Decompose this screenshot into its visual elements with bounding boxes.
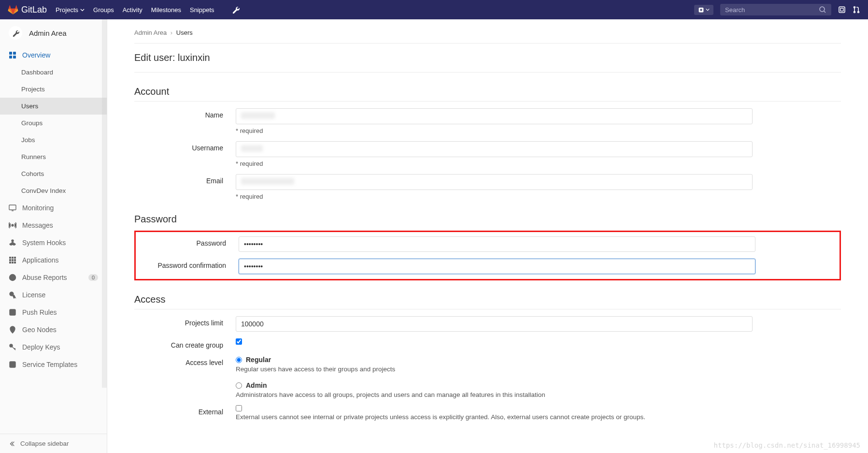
collapse-sidebar[interactable]: Collapse sidebar — [0, 434, 107, 453]
label-email: Email — [134, 174, 236, 185]
sidebar-convdev[interactable]: ConvDev Index — [0, 182, 107, 199]
breadcrumb-sep: › — [171, 29, 172, 36]
wrench-icon — [12, 29, 19, 37]
abuse-count-badge: 0 — [88, 274, 98, 281]
template-icon — [9, 361, 16, 368]
nav-projects[interactable]: Projects — [56, 6, 85, 14]
label-name: Name — [134, 108, 236, 119]
username-input[interactable] — [236, 141, 753, 157]
sidebar-groups[interactable]: Groups — [0, 115, 107, 132]
license-icon — [9, 291, 16, 299]
label-can-create-group: Can create group — [134, 338, 236, 349]
section-access: Access — [134, 294, 841, 309]
sidebar-title: Admin Area — [29, 29, 67, 37]
key-icon — [9, 343, 16, 351]
nav-activity[interactable]: Activity — [123, 6, 142, 14]
sidebar-push-rules[interactable]: Push Rules — [0, 304, 107, 321]
abuse-icon — [9, 274, 16, 281]
access-admin-desc: Administrators have access to all groups… — [236, 391, 753, 398]
svg-rect-14 — [9, 257, 11, 259]
sidebar-projects[interactable]: Projects — [0, 81, 107, 98]
access-regular-label: Regular — [246, 356, 271, 364]
sidebar-deploy-keys[interactable]: Deploy Keys — [0, 338, 107, 356]
sidebar-overview[interactable]: Overview — [0, 46, 107, 64]
email-required: * required — [236, 193, 753, 200]
sidebar-monitoring[interactable]: Monitoring — [0, 199, 107, 217]
sidebar-users[interactable]: Users — [0, 98, 107, 115]
svg-rect-16 — [14, 257, 16, 259]
can-create-group-checkbox[interactable] — [236, 338, 242, 345]
password-highlight-box: Password Password confirmation — [134, 231, 841, 280]
label-access-level: Access level — [134, 356, 236, 366]
chevron-down-icon — [80, 8, 85, 12]
label-password: Password — [137, 236, 239, 247]
merge-requests-icon[interactable] — [853, 6, 860, 14]
svg-rect-9 — [9, 56, 12, 58]
nav-milestones[interactable]: Milestones — [151, 6, 181, 14]
svg-rect-2 — [839, 7, 845, 13]
sidebar-dashboard[interactable]: Dashboard — [0, 64, 107, 81]
search-box[interactable] — [720, 4, 831, 15]
top-nav: GitLab Projects Groups Activity Mileston… — [0, 0, 868, 19]
svg-rect-11 — [9, 205, 16, 210]
sidebar-runners[interactable]: Runners — [0, 148, 107, 165]
svg-rect-19 — [14, 259, 16, 261]
monitor-icon — [9, 204, 16, 212]
sidebar: Admin Area Overview Dashboard Projects U… — [0, 19, 107, 453]
apps-icon — [9, 256, 16, 264]
svg-rect-8 — [13, 52, 16, 55]
password-confirm-input[interactable] — [239, 259, 755, 274]
issues-icon[interactable] — [838, 6, 846, 14]
svg-rect-25 — [10, 309, 15, 315]
overview-icon — [9, 51, 16, 59]
svg-rect-18 — [12, 259, 14, 261]
breadcrumb: Admin Area › Users — [134, 26, 841, 44]
sidebar-jobs[interactable]: Jobs — [0, 132, 107, 148]
sidebar-service-templates[interactable]: Service Templates — [0, 356, 107, 373]
email-input[interactable] — [236, 174, 753, 190]
label-external: External — [134, 405, 236, 416]
svg-rect-22 — [14, 262, 16, 263]
name-required: * required — [236, 127, 753, 134]
hook-icon — [9, 239, 16, 247]
nav-groups[interactable]: Groups — [93, 6, 114, 14]
breadcrumb-root[interactable]: Admin Area — [134, 29, 167, 36]
projects-limit-input[interactable] — [236, 316, 753, 332]
external-checkbox[interactable] — [236, 405, 242, 411]
svg-rect-15 — [12, 257, 14, 259]
section-password: Password — [134, 214, 841, 229]
access-regular-desc: Regular users have access to their group… — [236, 365, 753, 373]
access-admin-radio[interactable] — [236, 382, 242, 389]
nav-right — [694, 4, 860, 15]
external-desc: External users cannot see internal or pr… — [236, 413, 753, 421]
search-icon — [819, 6, 826, 14]
svg-rect-20 — [9, 262, 11, 263]
sidebar-header[interactable]: Admin Area — [0, 19, 107, 46]
sidebar-messages[interactable]: Messages — [0, 217, 107, 234]
sidebar-abuse-reports[interactable]: Abuse Reports0 — [0, 269, 107, 286]
sidebar-geo-nodes[interactable]: Geo Nodes — [0, 321, 107, 338]
password-input[interactable] — [239, 236, 755, 252]
sidebar-system-hooks[interactable]: System Hooks — [0, 234, 107, 251]
nav-links: Projects Groups Activity Milestones Snip… — [56, 6, 240, 14]
brand-logo[interactable]: GitLab — [8, 4, 47, 15]
sidebar-license[interactable]: License — [0, 286, 107, 304]
sidebar-applications[interactable]: Applications — [0, 251, 107, 269]
search-input[interactable] — [725, 6, 819, 14]
svg-rect-10 — [13, 56, 16, 58]
chevron-down-icon — [706, 8, 710, 12]
nav-admin[interactable] — [232, 6, 240, 14]
svg-point-1 — [820, 7, 825, 12]
geo-icon — [9, 326, 16, 334]
nav-snippets[interactable]: Snippets — [190, 6, 214, 14]
scrollbar[interactable] — [102, 19, 107, 453]
svg-rect-28 — [10, 362, 15, 367]
new-dropdown[interactable] — [694, 5, 713, 15]
gitlab-icon — [8, 4, 18, 15]
svg-point-12 — [12, 224, 14, 226]
svg-rect-21 — [12, 262, 14, 263]
sidebar-cohorts[interactable]: Cohorts — [0, 165, 107, 182]
access-regular-radio[interactable] — [236, 357, 242, 363]
watermark: https://blog.csdn.net/sinat_16998945 — [714, 441, 860, 449]
name-input[interactable] — [236, 108, 753, 124]
